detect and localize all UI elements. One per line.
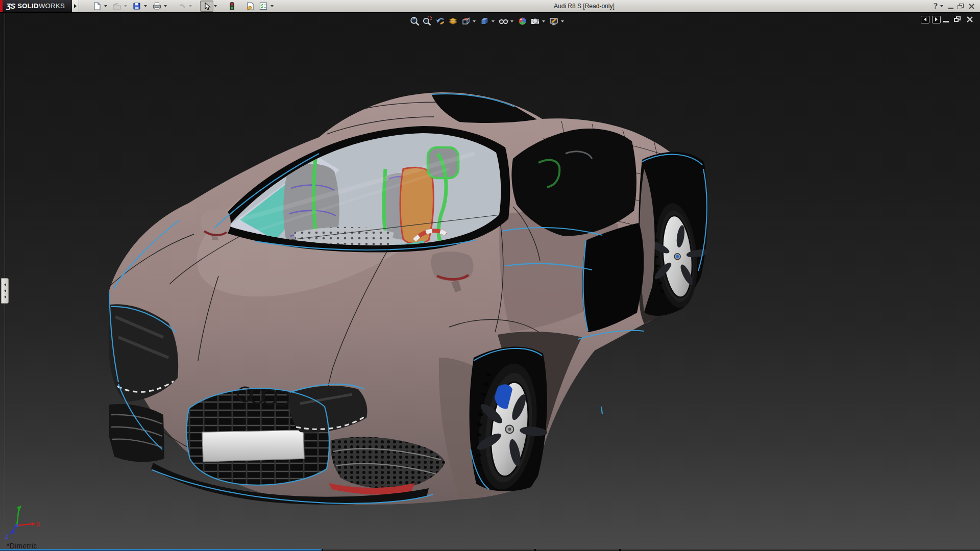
dropdown-arrow-icon[interactable] — [492, 20, 495, 22]
hide-show-items-button[interactable] — [498, 15, 509, 27]
headsup-toolbar — [408, 15, 567, 27]
dropdown-arrow-icon[interactable] — [214, 5, 217, 7]
display-style-cube-icon — [479, 16, 490, 27]
dropdown-arrow-icon[interactable] — [144, 5, 147, 7]
dropdown-arrow-icon — [189, 5, 192, 7]
status-bar-segment — [323, 549, 980, 551]
solidworks-logo: ƷS SOLIDWORKS — [0, 0, 72, 12]
zoom-to-fit-button[interactable] — [409, 15, 421, 27]
x-axis-label: X — [36, 521, 40, 528]
status-bar-separator — [534, 549, 536, 551]
section-view-icon — [448, 16, 458, 27]
save-button[interactable] — [130, 1, 143, 12]
minimize-icon — [943, 21, 949, 22]
view-orientation-button[interactable] — [460, 15, 472, 27]
dropdown-arrow-icon[interactable] — [271, 5, 274, 7]
feature-panel-splitter[interactable] — [1, 278, 9, 304]
minimize-button[interactable] — [946, 1, 955, 11]
options-button[interactable] — [257, 1, 270, 12]
dropdown-arrow-icon[interactable] — [542, 20, 545, 22]
view-settings-button[interactable] — [548, 15, 560, 27]
status-bar-separator — [322, 549, 323, 551]
edit-appearance-sphere-icon — [517, 16, 528, 27]
dropdown-arrow-icon[interactable] — [104, 5, 107, 7]
file-properties-button[interactable] — [243, 1, 257, 12]
pane-right-button[interactable] — [932, 16, 941, 23]
chevron-left-icon — [4, 283, 6, 286]
doc-minimize-button[interactable] — [941, 15, 951, 24]
chevron-right-icon — [74, 4, 77, 8]
status-bar-separator — [619, 549, 621, 551]
minimize-icon — [948, 8, 953, 9]
apply-scene-button[interactable] — [529, 15, 541, 27]
x-axis-arrow — [32, 522, 35, 526]
origin-point — [15, 524, 18, 527]
section-view-button[interactable] — [447, 15, 459, 27]
undo-arrow-icon — [177, 2, 186, 11]
view-orientation-label: *Dimetric — [7, 542, 37, 550]
y-axis-arrow — [17, 506, 21, 511]
undo-button[interactable] — [175, 1, 188, 12]
new-document-icon — [92, 2, 102, 11]
rebuild-button[interactable] — [225, 1, 238, 12]
close-button[interactable] — [966, 1, 977, 11]
chevron-right-icon — [935, 17, 938, 21]
logo-red-strip — [0, 0, 3, 12]
file-properties-icon — [246, 2, 255, 11]
chevron-left-icon — [924, 17, 926, 21]
dropdown-arrow-icon[interactable] — [561, 20, 564, 22]
z-axis-label: Z — [5, 534, 9, 540]
previous-view-button[interactable] — [434, 15, 446, 27]
hide-show-glasses-icon — [498, 16, 509, 27]
close-icon — [968, 3, 975, 10]
print-button[interactable] — [150, 1, 163, 12]
help-button[interactable]: ? — [932, 1, 940, 11]
edit-appearance-button[interactable] — [517, 15, 528, 27]
dropdown-arrow-icon[interactable] — [473, 20, 476, 22]
doc-close-button[interactable] — [964, 15, 976, 24]
view-orientation-cube-icon — [460, 16, 471, 27]
open-folder-icon — [112, 2, 121, 11]
zoom-to-area-icon — [422, 16, 433, 27]
open-document-button[interactable] — [110, 1, 124, 12]
status-bar — [0, 549, 980, 551]
close-icon — [966, 16, 973, 23]
window-controls: ? — [932, 0, 977, 12]
document-window-controls — [918, 15, 976, 24]
standard-toolbar — [90, 1, 277, 12]
select-tool-button[interactable] — [200, 1, 213, 12]
options-checklist-icon — [259, 2, 268, 11]
new-document-button[interactable] — [90, 1, 104, 12]
dropdown-arrow-icon[interactable] — [510, 20, 513, 22]
logo-text-bold: SOLID — [17, 2, 39, 10]
restore-button[interactable] — [955, 1, 966, 11]
previous-view-icon — [435, 16, 446, 27]
dropdown-arrow-icon[interactable] — [940, 5, 943, 7]
display-style-button[interactable] — [479, 15, 491, 27]
pane-left-button[interactable] — [921, 16, 929, 23]
window-title: Audi R8 S [Read-only] — [554, 0, 615, 12]
print-icon — [152, 2, 161, 11]
chevron-left-icon — [4, 295, 6, 298]
doc-restore-button[interactable] — [951, 15, 964, 24]
license-plate — [202, 430, 304, 462]
status-bar-active-segment — [0, 549, 322, 551]
audi-r8-model[interactable] — [0, 13, 980, 551]
zoom-to-fit-icon — [409, 16, 420, 27]
save-floppy-icon — [132, 2, 141, 11]
question-icon: ? — [934, 2, 938, 10]
toolbar-flyout-button[interactable] — [72, 0, 79, 12]
apply-scene-icon — [530, 16, 541, 27]
restore-icon — [954, 16, 961, 22]
titlebar: ƷS SOLIDWORKS — [0, 0, 980, 12]
front-wheel[interactable] — [469, 347, 555, 494]
select-cursor-icon — [202, 2, 211, 11]
logo-text-light: WORKS — [39, 2, 65, 10]
zoom-to-area-button[interactable] — [422, 15, 433, 27]
dropdown-arrow-icon[interactable] — [164, 5, 167, 7]
solidworks-mark: ƷS — [6, 2, 15, 10]
restore-icon — [958, 4, 964, 9]
viewport-canvas[interactable]: X Z *Dimetric — [0, 12, 980, 551]
view-settings-icon — [549, 16, 559, 27]
rear-wheel[interactable] — [639, 152, 714, 316]
